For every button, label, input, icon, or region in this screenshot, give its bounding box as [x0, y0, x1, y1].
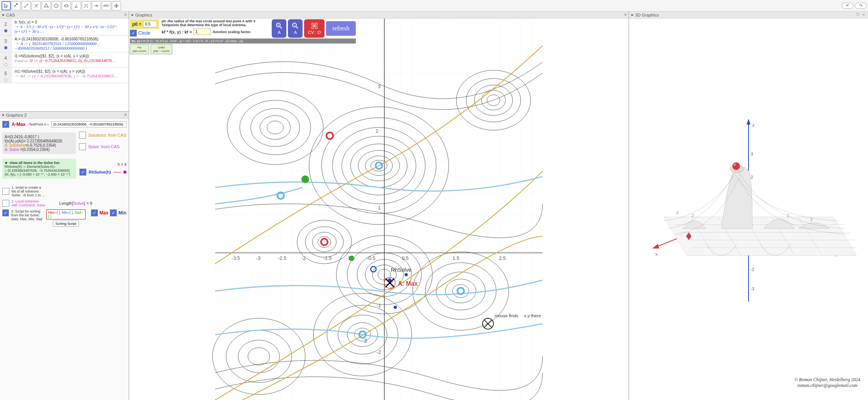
svg-text:2: 2: [364, 338, 367, 344]
svg-point-1: [25, 6, 26, 7]
max-checkbox[interactable]: [91, 209, 98, 216]
tool-text[interactable]: ABC: [102, 1, 111, 10]
graphics2-panel: ▶ Graphics 2 ✕ A-Max -TestPoint A = A=(0…: [0, 112, 129, 400]
cv-o-button[interactable]: CV : O: [304, 19, 325, 38]
graphics-header[interactable]: ▶ Graphics ✕: [129, 12, 629, 18]
tool-line[interactable]: [22, 1, 31, 10]
cas-close-icon[interactable]: ✕: [124, 12, 127, 17]
svg-text:-3.5: -3.5: [232, 255, 240, 261]
svg-line-20: [280, 27, 282, 28]
tool-angle[interactable]: [72, 1, 81, 10]
svg-text:1.5: 1.5: [453, 255, 459, 261]
tool-reflect[interactable]: [82, 1, 91, 10]
tool-translate-view[interactable]: [112, 1, 121, 10]
tool-circle[interactable]: [52, 1, 61, 10]
svg-point-18: [96, 5, 98, 7]
graphics-canvas[interactable]: p0 = Circle p0 -the radius of the test c…: [129, 18, 629, 400]
amax-label: A-Max: [12, 122, 25, 127]
rhsolve-checkbox[interactable]: [79, 169, 86, 176]
tool-polygon[interactable]: [42, 1, 51, 10]
d3-canvas[interactable]: z x y: [629, 18, 868, 400]
credit: © Roman Chijner, Heidelberg 2024 roman.c…: [794, 377, 860, 388]
cas-panel: ▶ CAS ✕ 2 b: fy(x, y) = 0 →b : 1/5 (−30 …: [0, 12, 129, 112]
testpoint-input[interactable]: [51, 121, 126, 127]
solutions-cas-checkbox[interactable]: [79, 132, 86, 139]
undo-button[interactable]: ↶: [842, 3, 853, 9]
svg-rect-29: [315, 27, 317, 28]
svg-text:A: Max: A: Max: [398, 280, 418, 287]
svg-text:3: 3: [810, 218, 812, 222]
svg-text:1: 1: [378, 205, 380, 211]
svg-text:2.5: 2.5: [499, 255, 506, 261]
svg-point-7: [48, 6, 49, 7]
d3-undock-icon[interactable]: ❐: [855, 12, 860, 17]
p0-description: p0 -the radius of the test circle around…: [161, 19, 269, 27]
tool-perpendicular[interactable]: [32, 1, 41, 10]
svg-point-10: [56, 5, 57, 6]
redo-button[interactable]: ↷: [855, 3, 866, 9]
graphics-title: Graphics: [135, 13, 152, 17]
svg-text:RhSolve: RhSolve: [391, 267, 412, 273]
script1-checkbox[interactable]: [2, 188, 9, 195]
tool-slider[interactable]: [92, 1, 101, 10]
svg-point-14: [85, 4, 86, 5]
svg-point-2: [27, 4, 28, 5]
max-label: Max: [99, 210, 108, 216]
tool-point[interactable]: •A: [12, 1, 21, 10]
graphics2-close-icon[interactable]: ✕: [124, 112, 127, 117]
cas-row[interactable]: 4 l1:=NSolutions({$1, $2}, {x = x(A), y …: [0, 52, 129, 68]
graphics-close-icon[interactable]: ✕: [624, 12, 627, 17]
svg-text:2: 2: [376, 128, 378, 134]
info-box: A=(0.2419,-0.8017 ) f(x(A),y(A))= 2.2273…: [2, 132, 76, 154]
cas-row[interactable]: 5 m1:=NSolve({$1, $2}, {x = x(A), y = y(…: [0, 68, 129, 83]
green-info-box: ★ -View all items in the Solve list: RhS…: [2, 159, 76, 179]
kf-input[interactable]: [193, 28, 210, 35]
cas-header[interactable]: ▶ CAS ✕: [0, 12, 129, 18]
zoom-in-a-button[interactable]: A: [272, 19, 286, 38]
circle-label: Circle: [138, 30, 150, 36]
svg-marker-114: [747, 119, 750, 125]
svg-point-132: [732, 162, 740, 170]
svg-text:2: 2: [751, 175, 753, 179]
unfix-panzoom-button[interactable]: Unfix pan − zoom: [151, 44, 172, 54]
color-legend: Max={ }, Min={ }, Sad={ }: [46, 209, 86, 219]
h-slider[interactable]: [113, 172, 121, 172]
h-value: h = 4: [118, 162, 126, 167]
circle-checkbox[interactable]: [130, 30, 137, 37]
cas-row[interactable]: 2 b: fy(x, y) = 0 →b : 1/5 (−30 e^(−(x−1…: [0, 18, 129, 35]
script3-checkbox[interactable]: [2, 209, 9, 216]
graphics2-header[interactable]: ▶ Graphics 2 ✕: [0, 112, 129, 119]
svg-text:3: 3: [378, 84, 380, 89]
svg-text:-2: -2: [751, 268, 754, 272]
svg-point-6: [46, 3, 47, 4]
triangle-icon: ▶: [2, 113, 5, 117]
tool-ellipse[interactable]: [62, 1, 71, 10]
svg-point-79: [302, 176, 308, 182]
d3-title: 3D Graphics: [635, 13, 659, 17]
cas-row[interactable]: 3 A:= (0.241883230108008, -0.80168078521…: [0, 35, 129, 52]
testpoint-label: -TestPoint A =: [28, 122, 49, 126]
min-checkbox[interactable]: [110, 209, 117, 216]
zoom-out-a-button[interactable]: A: [288, 19, 303, 38]
svg-text:-2: -2: [691, 214, 694, 218]
amax-checkbox[interactable]: [2, 121, 9, 128]
sorting-script-button[interactable]: Sorting Script: [53, 221, 79, 227]
surface-3d: z x y: [629, 18, 868, 400]
kf-label: kf * f(x, y) : kf =: [161, 30, 192, 34]
graphics2-title: Graphics 2: [6, 113, 27, 117]
script2-checkbox[interactable]: [2, 200, 9, 207]
refresh-button[interactable]: refresh: [326, 21, 355, 36]
triangle-icon: ▶: [2, 13, 5, 17]
svg-text:-3: -3: [675, 211, 679, 215]
svg-point-12: [65, 5, 66, 6]
d3-close-icon[interactable]: ✕: [861, 12, 866, 17]
d3-header[interactable]: ▶ 3D Graphics ❐ ✕: [629, 12, 868, 18]
p0-input[interactable]: [143, 21, 157, 27]
tool-move[interactable]: [2, 1, 11, 10]
fix-panzoom-button[interactable]: Fix pan-zoom: [130, 44, 149, 54]
solve-cas-label: Solve: from CAS: [88, 144, 119, 149]
cas-input: l1:=NSolutions({$1, $2}, {x = x(A), y = …: [15, 54, 126, 58]
rhsolve-label: RhSolve(h): [89, 170, 111, 174]
svg-text:-3: -3: [751, 287, 754, 291]
solve-cas-checkbox[interactable]: [79, 143, 86, 150]
